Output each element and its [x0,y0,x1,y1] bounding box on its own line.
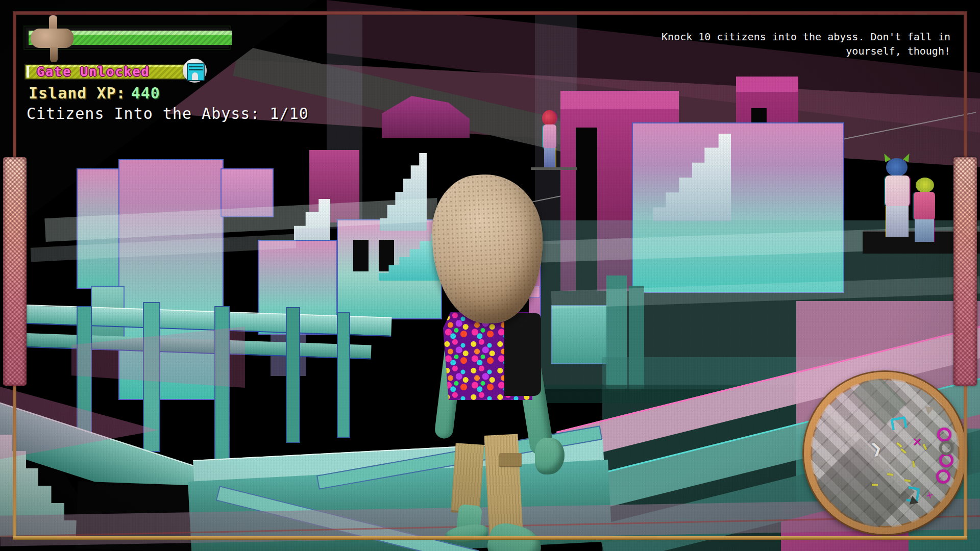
citizen-ring-icon [936,469,950,484]
target-x-icon: ✕ [913,433,921,449]
island-xp-line: Island XP:440 [29,84,160,102]
frame-left-handle [3,157,27,386]
yellow-dash [872,484,878,486]
island-xp-label: Island XP: [29,84,126,102]
boulder-speckles [429,172,547,327]
player-character [419,168,582,551]
objective-line-2: yourself, though! [662,44,950,58]
minimap-map: ❯ ✕ ✕ [811,379,960,528]
citizen-body [543,124,556,149]
citizen-pair[interactable] [882,153,943,242]
ragdoll-leg [50,47,58,62]
gate-unlocked-icon [183,59,207,83]
banner-notch [27,66,29,78]
minimap: ❯ ✕ ✕ [804,372,966,534]
player-left-foot [444,522,489,545]
abyss-counter-line: Citizens Into the Abyss: 1/10 [27,105,309,122]
citizen-ring-icon [939,453,953,467]
game-viewport[interactable]: ❯ ✕ ✕ [0,0,980,551]
ragdoll-body [31,29,74,48]
citizen-legs [886,206,909,237]
player-shoulder-panel [504,313,541,396]
abyss-counter-label: Citizens Into the Abyss: [27,105,260,122]
gate-unlocked-banner: Gate Unlocked [26,65,185,79]
player-left-leg [451,443,484,514]
pocket-flap [499,453,522,466]
player-right-hand [535,438,565,474]
citizen-legs [915,219,934,242]
citizen-body [914,192,935,220]
post [286,307,300,443]
island-xp-value: 440 [131,84,160,102]
objective-text: Knock 10 citizens into the abyss. Don't … [662,30,950,58]
neutral-ring-icon [939,441,953,455]
citizen-legs [544,148,555,168]
player-ragdoll-icon [30,15,76,62]
gate-unlocked-label: Gate Unlocked [37,64,150,79]
citizen-hair [886,158,908,177]
minimap-tint [811,379,960,528]
frame-top [13,11,967,15]
citizen-ring-icon [937,428,951,442]
frame-bottom [13,536,967,540]
doorway [353,240,369,271]
citizen-body [885,176,910,207]
objective-line-1: Knock 10 citizens into the abyss. Don't … [662,30,950,44]
abyss-counter-value: 1/10 [270,105,309,122]
gate-arch-icon [187,63,205,81]
frame-right-handle [953,157,977,386]
citizen-distant[interactable] [531,108,577,169]
citizen-head [542,110,556,126]
post [337,312,350,438]
citizen-hair [916,178,934,193]
